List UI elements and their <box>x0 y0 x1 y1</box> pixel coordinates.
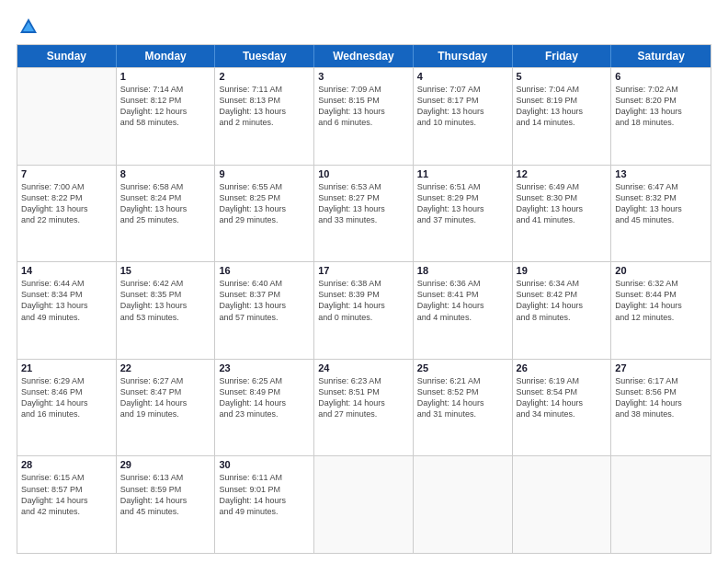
cell-line: and 53 minutes. <box>120 312 211 323</box>
cell-line: and 18 minutes. <box>615 117 707 128</box>
cell-line: Daylight: 14 hours <box>21 495 112 506</box>
cell-line: and 49 minutes. <box>219 506 310 517</box>
cell-line: and 27 minutes. <box>318 408 409 419</box>
cell-line: and 25 minutes. <box>120 214 211 225</box>
cell-line: and 45 minutes. <box>120 506 211 517</box>
cell-line: Daylight: 13 hours <box>615 106 707 117</box>
day-number: 12 <box>517 168 608 179</box>
cell-line: and 22 minutes. <box>21 214 112 225</box>
cell-line: Sunset: 8:56 PM <box>615 386 707 397</box>
cell-line: Daylight: 13 hours <box>21 203 112 214</box>
cell-line: Sunset: 8:22 PM <box>21 192 112 203</box>
weekday-header: Thursday <box>414 45 513 67</box>
day-number: 24 <box>318 362 409 373</box>
calendar-cell: 7Sunrise: 7:00 AMSunset: 8:22 PMDaylight… <box>17 166 117 262</box>
day-number: 6 <box>615 71 707 82</box>
cell-line: and 16 minutes. <box>21 408 112 419</box>
cell-line: Sunset: 8:27 PM <box>318 192 409 203</box>
cell-line: Sunset: 8:52 PM <box>417 386 508 397</box>
calendar-row: 1Sunrise: 7:14 AMSunset: 8:12 PMDaylight… <box>17 67 711 165</box>
cell-line: Sunrise: 6:51 AM <box>417 181 508 192</box>
cell-line: Sunset: 8:20 PM <box>615 95 707 106</box>
cell-line: Sunrise: 6:53 AM <box>318 181 409 192</box>
cell-line: Sunrise: 6:38 AM <box>318 278 409 289</box>
cell-line: Sunrise: 6:19 AM <box>517 375 608 386</box>
cell-line: Sunset: 8:47 PM <box>120 386 211 397</box>
weekday-header: Wednesday <box>314 45 414 67</box>
calendar-cell: 3Sunrise: 7:09 AMSunset: 8:15 PMDaylight… <box>314 68 414 165</box>
cell-line: Sunrise: 7:09 AM <box>318 84 409 95</box>
page: SundayMondayTuesdayWednesdayThursdayFrid… <box>0 0 728 563</box>
cell-line: Sunset: 8:35 PM <box>120 289 211 300</box>
weekday-header: Monday <box>117 45 216 67</box>
cell-line: Daylight: 14 hours <box>615 397 707 408</box>
calendar-cell: 24Sunrise: 6:23 AMSunset: 8:51 PMDayligh… <box>314 360 414 456</box>
calendar-cell: 1Sunrise: 7:14 AMSunset: 8:12 PMDaylight… <box>117 68 216 165</box>
cell-line: Sunset: 8:13 PM <box>219 95 310 106</box>
cell-line: Daylight: 14 hours <box>120 495 211 506</box>
cell-line: Sunrise: 6:27 AM <box>120 375 211 386</box>
cell-line: Sunset: 8:32 PM <box>615 192 707 203</box>
cell-line: Sunset: 8:54 PM <box>517 386 608 397</box>
cell-line: Sunset: 8:42 PM <box>517 289 608 300</box>
calendar-header: SundayMondayTuesdayWednesdayThursdayFrid… <box>17 45 711 67</box>
cell-line: Sunrise: 6:36 AM <box>417 278 508 289</box>
calendar-cell <box>314 456 414 553</box>
calendar-cell: 6Sunrise: 7:02 AMSunset: 8:20 PMDaylight… <box>611 68 711 165</box>
cell-line: and 10 minutes. <box>417 117 508 128</box>
cell-line: Sunrise: 7:07 AM <box>417 84 508 95</box>
calendar-cell: 2Sunrise: 7:11 AMSunset: 8:13 PMDaylight… <box>215 68 314 165</box>
day-number: 29 <box>120 459 211 470</box>
cell-line: and 23 minutes. <box>219 408 310 419</box>
cell-line: and 29 minutes. <box>219 214 310 225</box>
cell-line: Daylight: 14 hours <box>417 397 508 408</box>
day-number: 15 <box>120 265 211 276</box>
cell-line: Sunrise: 6:11 AM <box>219 472 310 483</box>
cell-line: Daylight: 14 hours <box>21 397 112 408</box>
day-number: 14 <box>21 265 112 276</box>
cell-line: Sunset: 8:15 PM <box>318 95 409 106</box>
day-number: 5 <box>517 71 608 82</box>
day-number: 20 <box>615 265 707 276</box>
cell-line: Daylight: 14 hours <box>120 397 211 408</box>
calendar-cell: 25Sunrise: 6:21 AMSunset: 8:52 PMDayligh… <box>414 360 513 456</box>
logo-text <box>17 17 39 37</box>
weekday-header: Friday <box>513 45 612 67</box>
cell-line: and 0 minutes. <box>318 312 409 323</box>
cell-line: Sunrise: 7:11 AM <box>219 84 310 95</box>
calendar-row: 14Sunrise: 6:44 AMSunset: 8:34 PMDayligh… <box>17 261 711 359</box>
calendar-cell: 9Sunrise: 6:55 AMSunset: 8:25 PMDaylight… <box>215 166 314 262</box>
cell-line: Sunrise: 6:29 AM <box>21 375 112 386</box>
cell-line: Sunset: 8:25 PM <box>219 192 310 203</box>
weekday-header: Tuesday <box>215 45 314 67</box>
calendar-cell: 27Sunrise: 6:17 AMSunset: 8:56 PMDayligh… <box>611 360 711 456</box>
logo-icon <box>18 17 39 37</box>
cell-line: and 34 minutes. <box>517 408 608 419</box>
cell-line: Sunrise: 7:00 AM <box>21 181 112 192</box>
cell-line: Sunrise: 6:21 AM <box>417 375 508 386</box>
cell-line: and 58 minutes. <box>120 117 211 128</box>
calendar-cell: 5Sunrise: 7:04 AMSunset: 8:19 PMDaylight… <box>513 68 612 165</box>
cell-line: Daylight: 13 hours <box>219 300 310 311</box>
cell-line: Sunset: 9:01 PM <box>219 484 310 495</box>
day-number: 2 <box>219 71 310 82</box>
cell-line: Sunset: 8:12 PM <box>120 95 211 106</box>
calendar-cell: 18Sunrise: 6:36 AMSunset: 8:41 PMDayligh… <box>414 262 513 359</box>
cell-line: Daylight: 13 hours <box>517 106 608 117</box>
cell-line: and 45 minutes. <box>615 214 707 225</box>
calendar-cell <box>513 456 612 553</box>
cell-line: Sunrise: 6:25 AM <box>219 375 310 386</box>
calendar-cell: 15Sunrise: 6:42 AMSunset: 8:35 PMDayligh… <box>117 262 216 359</box>
calendar-cell: 11Sunrise: 6:51 AMSunset: 8:29 PMDayligh… <box>414 166 513 262</box>
cell-line: and 37 minutes. <box>417 214 508 225</box>
calendar-cell: 12Sunrise: 6:49 AMSunset: 8:30 PMDayligh… <box>513 166 612 262</box>
day-number: 30 <box>219 459 310 470</box>
cell-line: Sunset: 8:59 PM <box>120 484 211 495</box>
calendar-cell: 28Sunrise: 6:15 AMSunset: 8:57 PMDayligh… <box>17 456 117 553</box>
day-number: 9 <box>219 168 310 179</box>
header <box>17 17 711 37</box>
cell-line: Sunset: 8:24 PM <box>120 192 211 203</box>
cell-line: Daylight: 12 hours <box>120 106 211 117</box>
day-number: 16 <box>219 265 310 276</box>
day-number: 23 <box>219 362 310 373</box>
